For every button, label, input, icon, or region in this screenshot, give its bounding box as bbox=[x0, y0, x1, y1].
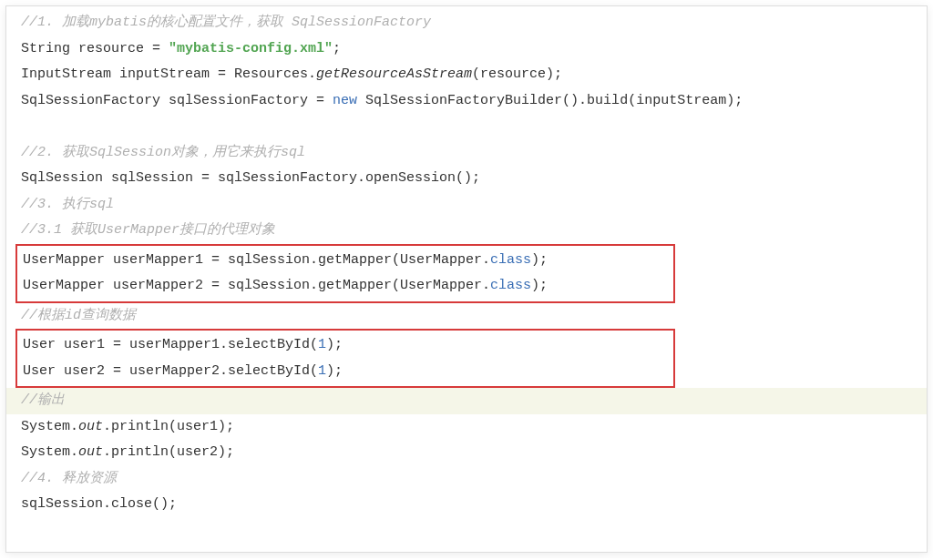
code-text: UserMapper userMapper2 = sqlSession.getM… bbox=[23, 278, 490, 293]
code-line: UserMapper userMapper2 = sqlSession.getM… bbox=[23, 273, 668, 300]
code-text: UserMapper userMapper1 = sqlSession.getM… bbox=[23, 252, 490, 268]
code-line: SqlSessionFactory sqlSessionFactory = ne… bbox=[21, 88, 912, 115]
code-text: sqlSession.close(); bbox=[21, 496, 177, 512]
code-text: System. bbox=[21, 444, 78, 460]
keyword: class bbox=[490, 278, 531, 293]
code-line: User user1 = userMapper1.selectById(1); bbox=[23, 332, 668, 359]
highlighted-box-2: User user1 = userMapper1.selectById(1); … bbox=[15, 329, 675, 388]
comment: //输出 bbox=[21, 392, 65, 408]
number-literal: 1 bbox=[318, 337, 326, 352]
method-name: getResourceAsStream bbox=[316, 66, 472, 82]
comment: //1. 加载mybatis的核心配置文件，获取 SqlSessionFacto… bbox=[21, 15, 431, 30]
code-line: sqlSession.close(); bbox=[21, 492, 912, 518]
comment: //根据id查询数据 bbox=[21, 308, 136, 323]
code-text: ); bbox=[326, 337, 343, 352]
keyword: class bbox=[490, 252, 531, 268]
code-line: UserMapper userMapper1 = sqlSession.getM… bbox=[23, 248, 668, 274]
blank-line bbox=[21, 114, 912, 140]
code-line: //根据id查询数据 bbox=[21, 303, 912, 330]
code-text: System. bbox=[21, 419, 78, 434]
code-text: InputStream inputStream = Resources. bbox=[21, 66, 316, 82]
code-line: //2. 获取SqlSession对象，用它来执行sql bbox=[21, 140, 912, 167]
code-text: ); bbox=[531, 278, 548, 293]
field-name: out bbox=[78, 444, 103, 460]
code-text: SqlSession sqlSession = sqlSessionFactor… bbox=[21, 170, 480, 186]
code-line: //3.1 获取UserMapper接口的代理对象 bbox=[21, 218, 912, 244]
field-name: out bbox=[78, 419, 103, 434]
code-text: SqlSessionFactory sqlSessionFactory = bbox=[21, 93, 333, 108]
comment: //3. 执行sql bbox=[21, 197, 114, 212]
code-text: ); bbox=[326, 363, 343, 379]
code-line: System.out.println(user1); bbox=[21, 414, 912, 441]
number-literal: 1 bbox=[318, 363, 326, 379]
code-text: (resource); bbox=[472, 66, 562, 82]
comment: //3.1 获取UserMapper接口的代理对象 bbox=[21, 222, 275, 238]
code-text: .println(user2); bbox=[103, 444, 234, 460]
code-line: String resource = "mybatis-config.xml"; bbox=[21, 36, 912, 63]
code-block: //1. 加载mybatis的核心配置文件，获取 SqlSessionFacto… bbox=[5, 5, 928, 553]
code-text: .println(user1); bbox=[103, 419, 234, 434]
code-line: //3. 执行sql bbox=[21, 192, 912, 219]
comment: //2. 获取SqlSession对象，用它来执行sql bbox=[21, 145, 305, 160]
highlighted-box-1: UserMapper userMapper1 = sqlSession.getM… bbox=[15, 244, 675, 303]
code-line: User user2 = userMapper2.selectById(1); bbox=[23, 359, 668, 385]
code-line-highlighted: //输出 bbox=[6, 388, 927, 414]
code-text: ; bbox=[333, 41, 341, 56]
code-text: ); bbox=[531, 252, 548, 268]
code-text: User user1 = userMapper1.selectById( bbox=[23, 337, 318, 352]
code-line: SqlSession sqlSession = sqlSessionFactor… bbox=[21, 166, 912, 192]
code-line: //1. 加载mybatis的核心配置文件，获取 SqlSessionFacto… bbox=[21, 10, 912, 36]
code-line: //4. 释放资源 bbox=[21, 466, 912, 493]
code-text: SqlSessionFactoryBuilder().build(inputSt… bbox=[357, 93, 743, 108]
code-line: System.out.println(user2); bbox=[21, 440, 912, 466]
code-text: String resource = bbox=[21, 41, 169, 56]
string-literal: "mybatis-config.xml" bbox=[169, 41, 333, 56]
code-line: InputStream inputStream = Resources.getR… bbox=[21, 62, 912, 88]
comment: //4. 释放资源 bbox=[21, 471, 117, 486]
keyword: new bbox=[333, 93, 357, 108]
code-text: User user2 = userMapper2.selectById( bbox=[23, 363, 318, 379]
